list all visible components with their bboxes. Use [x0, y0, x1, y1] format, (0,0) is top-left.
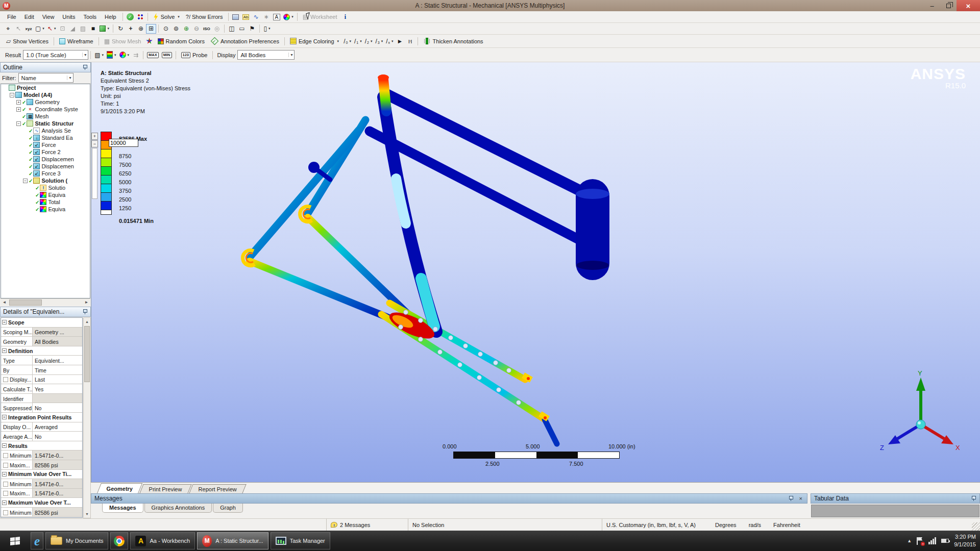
- resize-grip[interactable]: [972, 522, 980, 531]
- xyz-pointer-icon[interactable]: xyz: [23, 24, 34, 34]
- details-group-maximum-value-over-t-[interactable]: −Maximum Value Over T...: [1, 498, 82, 508]
- fit-icon[interactable]: ⊙: [161, 24, 171, 34]
- tree-item-force-2[interactable]: ✓↙Force 2: [1, 148, 90, 156]
- status-messages[interactable]: i 2 Messages: [327, 519, 408, 531]
- text-label-icon[interactable]: A: [272, 12, 282, 22]
- zoom-out-icon[interactable]: ⊖: [191, 24, 202, 34]
- scroll-right-icon[interactable]: ►: [83, 299, 90, 306]
- scrollbar-thumb[interactable]: [9, 299, 42, 306]
- battery-icon[interactable]: [941, 539, 949, 543]
- tree-expander-icon[interactable]: −: [16, 121, 21, 126]
- menu-view[interactable]: View: [38, 13, 59, 21]
- details-row[interactable]: GeometryAll Bodies: [1, 337, 82, 346]
- pin-icon[interactable]: [971, 496, 976, 501]
- group-collapse-icon[interactable]: −: [2, 348, 7, 353]
- tree-item-model-a4-[interactable]: −Model (A4): [1, 91, 90, 98]
- solve-button[interactable]: Solve▾: [150, 12, 183, 22]
- group-collapse-icon[interactable]: −: [2, 500, 7, 505]
- rotate-icon[interactable]: ↻: [115, 24, 126, 34]
- pointer-mode-icon[interactable]: ↖▾: [46, 24, 58, 34]
- outline-horizontal-scrollbar[interactable]: ◄ ►: [1, 298, 90, 306]
- checkbox[interactable]: [3, 491, 8, 496]
- taskbar-item-my-documents[interactable]: My Documents: [45, 532, 108, 549]
- pin-icon[interactable]: [83, 309, 88, 314]
- details-group-integration-point-results[interactable]: −Integration Point Results: [1, 413, 82, 422]
- comment-icon[interactable]: ∗: [261, 12, 272, 22]
- model-3d-bike-frame[interactable]: [91, 62, 980, 482]
- details-group-scope[interactable]: −Scope: [1, 318, 82, 328]
- details-group-minimum-value-over-ti-[interactable]: −Minimum Value Over Ti...: [1, 470, 82, 480]
- details-row[interactable]: Scoping M...Geometry ...: [1, 328, 82, 337]
- status-units[interactable]: U.S. Customary (in, lbm, lbf, s, V, A) D…: [602, 519, 980, 531]
- color-plot-icon[interactable]: ▾: [282, 12, 295, 22]
- progress-icon[interactable]: [135, 12, 145, 22]
- details-row[interactable]: TypeEquivalent...: [1, 356, 82, 365]
- tab-graphics-annotations[interactable]: Graphics Annotations: [144, 504, 212, 513]
- show-vertices-button[interactable]: ▱Show Vertices: [3, 36, 52, 46]
- tab-messages[interactable]: Messages: [102, 504, 143, 513]
- checkbox[interactable]: [3, 510, 8, 515]
- tree-item-displacemen[interactable]: ✓↙Displacemen: [1, 163, 90, 170]
- menu-units[interactable]: Units: [58, 13, 79, 21]
- tree-item-equiva[interactable]: ✓Equiva: [1, 206, 90, 213]
- details-row[interactable]: Calculate T...Yes: [1, 384, 82, 394]
- scrollbar-thumb[interactable]: [84, 326, 90, 382]
- magnifier-icon[interactable]: ⊚: [171, 24, 181, 34]
- menu-file[interactable]: File: [3, 13, 20, 21]
- checkbox[interactable]: [3, 482, 8, 487]
- group-collapse-icon[interactable]: −: [2, 472, 7, 477]
- section-plane-icon[interactable]: ▯▾: [262, 24, 272, 34]
- new-chart-icon[interactable]: ∿: [251, 12, 261, 22]
- scroll-up-icon[interactable]: ▲: [84, 318, 90, 325]
- taskbar-item-internet-explorer[interactable]: e: [31, 532, 43, 549]
- scroll-left-icon[interactable]: ◄: [1, 299, 8, 306]
- taskbar-item-task-manager[interactable]: Task Manager: [271, 532, 330, 549]
- details-row[interactable]: Maxim...82586 psi: [1, 460, 82, 470]
- start-button[interactable]: [0, 531, 30, 551]
- tab-print-preview[interactable]: Print Preview: [140, 484, 192, 493]
- scale-combo[interactable]: 1.0 (True Scale)▾: [23, 50, 88, 60]
- iso-view-icon[interactable]: ISO: [202, 24, 212, 34]
- details-row[interactable]: Minimum82586 psi: [1, 508, 82, 517]
- checkbox[interactable]: [3, 453, 8, 458]
- tree-item-static-structur[interactable]: −✓Static Structur: [1, 120, 90, 127]
- tree-item-project[interactable]: Project: [1, 84, 90, 91]
- tree-item-force[interactable]: ✓↙Force: [1, 141, 90, 148]
- details-group-definition[interactable]: −Definition: [1, 346, 82, 356]
- tree-item-equiva[interactable]: ✓Equiva: [1, 191, 90, 198]
- tree-expander-icon[interactable]: +: [16, 107, 21, 112]
- edge-option-x-icon[interactable]: /x▾: [384, 36, 395, 46]
- checkbox[interactable]: [3, 377, 8, 382]
- group-collapse-icon[interactable]: −: [2, 320, 7, 324]
- minimize-button[interactable]: –: [924, 0, 940, 11]
- details-row[interactable]: Average A...No: [1, 432, 82, 441]
- menu-edit[interactable]: Edit: [20, 13, 38, 21]
- zoom-in-icon[interactable]: ⊕: [181, 24, 191, 34]
- color-scheme-icon[interactable]: ▾: [118, 50, 131, 60]
- body-filter-icon[interactable]: ■: [88, 24, 98, 34]
- ruler-icon[interactable]: ▭: [237, 24, 247, 34]
- show-errors-button[interactable]: ?/ Show Errors: [183, 12, 226, 22]
- info-tool-icon[interactable]: i: [340, 12, 350, 22]
- label-pointer-icon[interactable]: ⌖: [3, 24, 13, 34]
- zoom-icon[interactable]: ⊕: [136, 24, 146, 34]
- pin-icon[interactable]: [83, 65, 88, 70]
- scroll-down-icon[interactable]: ▼: [84, 510, 90, 518]
- annotation-preferences-button[interactable]: Annotation Preferences: [208, 36, 282, 46]
- edge-option-2-icon[interactable]: /2▾: [363, 36, 374, 46]
- tree-item-solution-[interactable]: −✓Solution (: [1, 177, 90, 184]
- tree-item-displacemen[interactable]: ✓↙Displacemen: [1, 156, 90, 163]
- pin-icon[interactable]: [789, 496, 794, 501]
- edge-coloring-button[interactable]: Edge Coloring▾: [287, 36, 342, 46]
- edge-option-0-icon[interactable]: /0▾: [342, 36, 353, 46]
- legend-value-input[interactable]: [109, 139, 138, 147]
- close-icon[interactable]: ×: [798, 495, 804, 502]
- tree-expander-icon[interactable]: −: [23, 179, 28, 183]
- status-ok-icon[interactable]: [125, 12, 135, 22]
- tab-geometry[interactable]: Geometry: [97, 483, 142, 493]
- edge-option-3-icon[interactable]: /3▾: [374, 36, 384, 46]
- details-row[interactable]: ByTime: [1, 365, 82, 375]
- taskbar-item-workbench[interactable]: AAa - Workbench: [130, 532, 195, 549]
- extend-selection-icon[interactable]: ▾: [98, 24, 111, 34]
- pan-icon[interactable]: +: [126, 24, 136, 34]
